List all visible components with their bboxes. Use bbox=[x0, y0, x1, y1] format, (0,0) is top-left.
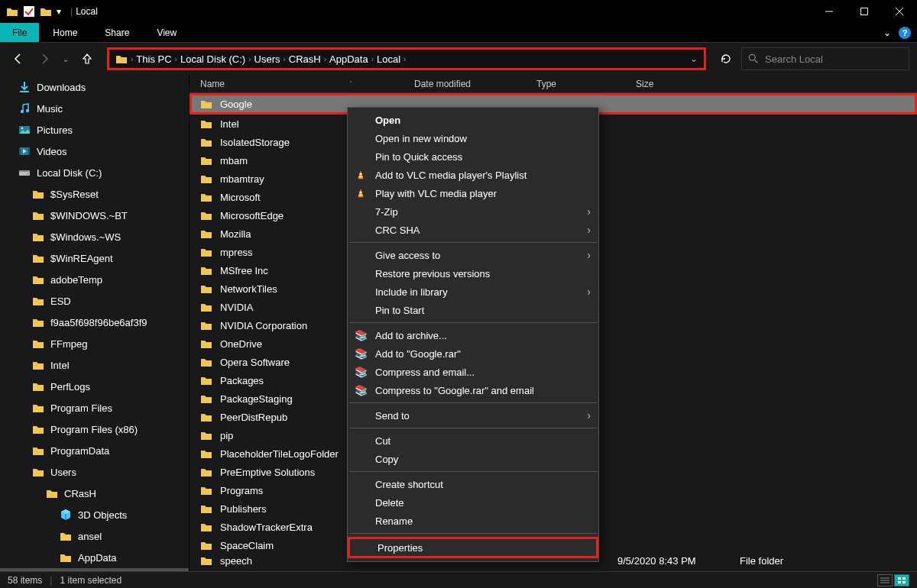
ribbon-tab-share[interactable]: Share bbox=[91, 23, 143, 42]
music-icon bbox=[18, 102, 31, 115]
ctx-rename[interactable]: Rename bbox=[348, 512, 598, 530]
ctx-pin-start[interactable]: Pin to Start bbox=[348, 301, 598, 319]
ctx-compress-email[interactable]: 📚Compress and email... bbox=[348, 363, 598, 381]
svg-rect-34 bbox=[359, 192, 362, 192]
ctx-add-google-rar[interactable]: 📚Add to "Google.rar" bbox=[348, 344, 598, 363]
up-button[interactable] bbox=[76, 49, 98, 69]
maximize-button[interactable] bbox=[847, 0, 882, 23]
ctx-pin-quick-access[interactable]: Pin to Quick access bbox=[348, 147, 598, 166]
ctx-delete[interactable]: Delete bbox=[348, 493, 598, 512]
folder-icon bbox=[200, 485, 212, 496]
column-type[interactable]: Type bbox=[536, 79, 636, 89]
svg-rect-15 bbox=[28, 147, 30, 155]
tree-item[interactable]: Users bbox=[0, 461, 189, 483]
svg-rect-31 bbox=[359, 173, 362, 174]
minimize-button[interactable] bbox=[812, 0, 847, 23]
tree-item[interactable]: Intel bbox=[0, 354, 189, 376]
ribbon: File Home Share View ⌄ ? bbox=[0, 23, 917, 43]
ctx-cut[interactable]: Cut bbox=[348, 431, 598, 450]
ctx-7zip[interactable]: 7-Zip› bbox=[348, 202, 598, 221]
ctx-open-new-window[interactable]: Open in new window bbox=[348, 129, 598, 147]
folder-icon bbox=[32, 273, 44, 286]
tree-item[interactable]: Program Files bbox=[0, 397, 189, 418]
ctx-give-access[interactable]: Give access to› bbox=[348, 246, 598, 264]
ctx-crc-sha[interactable]: CRC SHA› bbox=[348, 221, 598, 239]
tree-item[interactable]: ProgramData bbox=[0, 440, 189, 461]
ctx-separator bbox=[349, 242, 597, 243]
row-name: speech bbox=[220, 555, 252, 567]
help-button[interactable]: ? bbox=[899, 27, 911, 39]
refresh-button[interactable] bbox=[715, 47, 737, 70]
tree-item[interactable]: Program Files (x86) bbox=[0, 418, 189, 440]
ctx-create-shortcut[interactable]: Create shortcut bbox=[348, 475, 598, 493]
tree-item[interactable]: adobeTemp bbox=[0, 269, 189, 290]
back-button[interactable] bbox=[8, 49, 29, 69]
ctx-include-library[interactable]: Include in library› bbox=[348, 283, 598, 301]
search-box[interactable] bbox=[741, 47, 909, 70]
tree-item[interactable]: CRasH bbox=[0, 483, 189, 504]
ctx-separator bbox=[349, 402, 597, 403]
tree-item[interactable]: ESD bbox=[0, 290, 189, 312]
row-name: Google bbox=[220, 99, 252, 110]
overflow-button[interactable]: ▾ bbox=[57, 6, 61, 17]
ctx-open[interactable]: Open bbox=[348, 111, 598, 129]
view-icons-button[interactable] bbox=[894, 574, 909, 586]
tree-item[interactable]: Downloads bbox=[0, 76, 189, 98]
tree-item[interactable]: Local Disk (C:) bbox=[0, 162, 189, 183]
tree-item-label: Music bbox=[37, 103, 63, 115]
tree-item[interactable]: $WinREAgent bbox=[0, 247, 189, 269]
tree-item[interactable]: Local bbox=[0, 568, 189, 571]
tree-item[interactable]: $SysReset bbox=[0, 183, 189, 205]
ctx-restore-previous[interactable]: Restore previous versions bbox=[348, 264, 598, 283]
winrar-icon: 📚 bbox=[354, 347, 368, 360]
ctx-compress-google-email[interactable]: 📚Compress to "Google.rar" and email bbox=[348, 381, 598, 399]
close-button[interactable] bbox=[882, 0, 917, 23]
ctx-add-archive[interactable]: 📚Add to archive... bbox=[348, 326, 598, 344]
tree-item[interactable]: AppData bbox=[0, 547, 189, 568]
sort-indicator-icon: ˄ bbox=[349, 80, 353, 88]
tree-item[interactable]: PerfLogs bbox=[0, 376, 189, 397]
folder-icon bbox=[200, 99, 212, 109]
svg-point-19 bbox=[28, 173, 29, 175]
tree-item[interactable]: $WINDOWS.~BT bbox=[0, 205, 189, 226]
forward-button[interactable] bbox=[34, 49, 55, 69]
view-details-button[interactable] bbox=[877, 574, 893, 586]
ctx-vlc-add-playlist[interactable]: Add to VLC media player's Playlist bbox=[348, 166, 598, 184]
ribbon-tab-home[interactable]: Home bbox=[39, 23, 91, 42]
column-name[interactable]: Name bbox=[200, 79, 225, 89]
column-headers[interactable]: Name˄ Date modified Type Size bbox=[190, 75, 917, 93]
address-history-button[interactable]: ⌄ bbox=[690, 53, 698, 64]
ctx-vlc-play[interactable]: Play with VLC media player bbox=[348, 184, 598, 202]
ribbon-tab-view[interactable]: View bbox=[143, 23, 190, 42]
row-name: pip bbox=[220, 430, 233, 441]
tree-item[interactable]: FFmpeg bbox=[0, 333, 189, 354]
address-bar[interactable]: › This PC› Local Disk (C:)› Users› CRasH… bbox=[107, 47, 706, 70]
tree-item-label: FFmpeg bbox=[50, 338, 87, 350]
ribbon-file-tab[interactable]: File bbox=[0, 23, 39, 42]
search-input[interactable] bbox=[765, 53, 902, 65]
tree-item[interactable]: ansel bbox=[0, 525, 189, 547]
search-icon bbox=[748, 53, 759, 64]
tree-item[interactable]: Videos bbox=[0, 141, 189, 162]
column-date[interactable]: Date modified bbox=[414, 79, 536, 89]
tree-item-label: Videos bbox=[37, 146, 67, 157]
ctx-properties[interactable]: Properties bbox=[348, 537, 598, 558]
ribbon-expand-button[interactable]: ⌄ bbox=[883, 27, 891, 38]
winrar-icon: 📚 bbox=[354, 328, 368, 342]
tree-item[interactable]: 3D Objects bbox=[0, 504, 189, 525]
tree-item[interactable]: $Windows.~WS bbox=[0, 226, 189, 247]
ctx-copy[interactable]: Copy bbox=[348, 450, 598, 468]
row-name: Opera Software bbox=[220, 357, 290, 368]
folder-icon bbox=[32, 359, 44, 371]
tree-item[interactable]: Pictures bbox=[0, 119, 189, 141]
row-name: NVIDIA Corporation bbox=[220, 320, 307, 331]
navigation-bar: ⌄ › This PC› Local Disk (C:)› Users› CRa… bbox=[0, 43, 917, 75]
tree-item[interactable]: Music bbox=[0, 98, 189, 119]
tree-item[interactable]: f9aa5f698f96be6af3f9 bbox=[0, 312, 189, 333]
tree-item-label: ansel bbox=[78, 531, 102, 542]
folder-icon bbox=[40, 6, 52, 17]
column-size[interactable]: Size bbox=[636, 79, 697, 89]
ctx-send-to[interactable]: Send to› bbox=[348, 406, 598, 425]
tree-item-label: AppData bbox=[78, 552, 117, 564]
recent-locations-button[interactable]: ⌄ bbox=[60, 49, 72, 69]
